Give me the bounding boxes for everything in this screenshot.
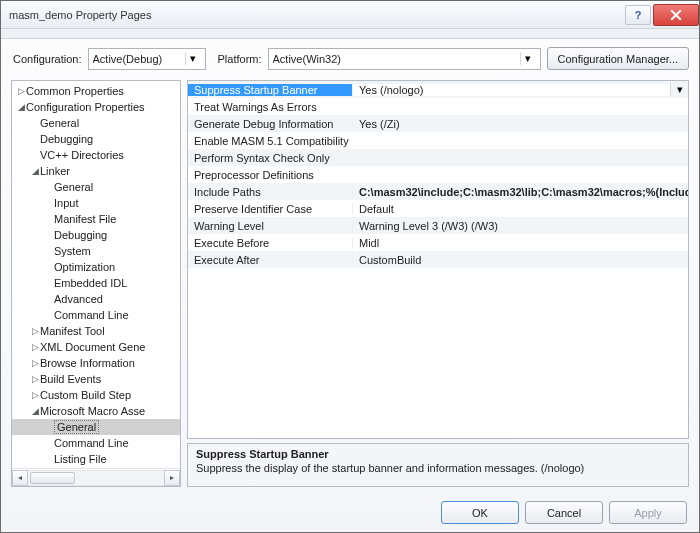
tree-node[interactable]: Input	[12, 195, 180, 211]
horizontal-scrollbar[interactable]: ◂ ▸	[12, 468, 180, 486]
tree-node[interactable]: Listing File	[12, 451, 180, 467]
property-name: Generate Debug Information	[188, 118, 352, 130]
tree-node[interactable]: Manifest File	[12, 211, 180, 227]
configuration-combo[interactable]: Active(Debug) ▾	[88, 48, 206, 70]
tree-node[interactable]: ▷XML Document Gene	[12, 339, 180, 355]
expand-icon: ▷	[30, 374, 40, 384]
property-row[interactable]: Treat Warnings As Errors	[188, 98, 688, 115]
tree-node[interactable]: ▷Browse Information	[12, 355, 180, 371]
property-row[interactable]: Warning LevelWarning Level 3 (/W3) (/W3)	[188, 217, 688, 234]
property-name: Perform Syntax Check Only	[188, 152, 352, 164]
tree-label: Optimization	[54, 261, 115, 273]
property-name: Include Paths	[188, 186, 352, 198]
tree-node[interactable]: Embedded IDL	[12, 275, 180, 291]
apply-button[interactable]: Apply	[609, 501, 687, 524]
titlebar: masm_demo Property Pages ?	[1, 1, 699, 29]
right-pane: Suppress Startup BannerYes (/nologo)▾Tre…	[187, 80, 689, 487]
property-row[interactable]: Execute AfterCustomBuild	[188, 251, 688, 268]
expand-icon: ▷	[30, 390, 40, 400]
tree-label: Debugging	[54, 229, 107, 241]
configuration-manager-button[interactable]: Configuration Manager...	[547, 47, 689, 70]
close-icon	[670, 9, 682, 21]
tree-node[interactable]: ◢Linker	[12, 163, 180, 179]
tree-node[interactable]: Advanced	[12, 291, 180, 307]
close-button[interactable]	[653, 4, 699, 26]
property-name: Suppress Startup Banner	[188, 84, 352, 96]
property-row[interactable]: Preprocessor Definitions	[188, 166, 688, 183]
cancel-button[interactable]: Cancel	[525, 501, 603, 524]
tree-label: Listing File	[54, 453, 107, 465]
question-icon: ?	[635, 9, 642, 21]
tree-label: Build Events	[40, 373, 101, 385]
tree-label: Embedded IDL	[54, 277, 127, 289]
tree-node[interactable]: General	[12, 419, 180, 435]
expand-icon: ▷	[30, 342, 40, 352]
scroll-right-button[interactable]: ▸	[164, 470, 180, 486]
tree-label: Configuration Properties	[26, 101, 145, 113]
property-row[interactable]: Generate Debug InformationYes (/Zi)	[188, 115, 688, 132]
grid-empty	[188, 268, 688, 438]
tree-label: Manifest Tool	[40, 325, 105, 337]
description-title: Suppress Startup Banner	[196, 448, 680, 460]
tree-node[interactable]: Command Line	[12, 435, 180, 451]
property-value[interactable]: Yes (/Zi)	[352, 118, 688, 130]
main-area: ▷Common Properties◢Configuration Propert…	[1, 80, 699, 493]
categories-tree: ▷Common Properties◢Configuration Propert…	[11, 80, 181, 487]
scroll-thumb[interactable]	[30, 472, 75, 484]
property-name: Preserve Identifier Case	[188, 203, 352, 215]
property-row[interactable]: Enable MASM 5.1 Compatibility	[188, 132, 688, 149]
property-row[interactable]: Include PathsC:\masm32\include;C:\masm32…	[188, 183, 688, 200]
tree-node[interactable]: General	[12, 179, 180, 195]
tree-label: VC++ Directories	[40, 149, 124, 161]
property-value[interactable]: CustomBuild	[352, 254, 688, 266]
tree-label: Common Properties	[26, 85, 124, 97]
property-name: Execute Before	[188, 237, 352, 249]
tree-node[interactable]: ▷Custom Build Step	[12, 387, 180, 403]
tree-label: XML Document Gene	[40, 341, 145, 353]
ok-button[interactable]: OK	[441, 501, 519, 524]
tree-node[interactable]: ▷Manifest Tool	[12, 323, 180, 339]
property-value[interactable]: C:\masm32\include;C:\masm32\lib;C:\masm3…	[352, 186, 688, 198]
platform-combo[interactable]: Active(Win32) ▾	[268, 48, 541, 70]
tree-node[interactable]: ▷Build Events	[12, 371, 180, 387]
tree-node[interactable]: Debugging	[12, 131, 180, 147]
tree-node[interactable]: Optimization	[12, 259, 180, 275]
property-name: Enable MASM 5.1 Compatibility	[188, 135, 352, 147]
property-value[interactable]: Default	[352, 203, 688, 215]
property-row[interactable]: Preserve Identifier CaseDefault	[188, 200, 688, 217]
expand-icon: ▷	[30, 326, 40, 336]
expand-icon: ◢	[16, 102, 26, 112]
tree-node[interactable]: ▷Common Properties	[12, 83, 180, 99]
grid-rows: Suppress Startup BannerYes (/nologo)▾Tre…	[188, 81, 688, 268]
property-pages-dialog: masm_demo Property Pages ? Configuration…	[0, 0, 700, 533]
expand-icon: ▷	[16, 86, 26, 96]
configuration-value: Active(Debug)	[93, 53, 185, 65]
window-title: masm_demo Property Pages	[9, 9, 623, 21]
expand-icon: ◢	[30, 406, 40, 416]
tree-node[interactable]: General	[12, 115, 180, 131]
property-value[interactable]: Yes (/nologo)	[352, 84, 670, 96]
property-value[interactable]: Midl	[352, 237, 688, 249]
tree-label: General	[54, 181, 93, 193]
tree-label: Linker	[40, 165, 70, 177]
tree-node[interactable]: ◢Configuration Properties	[12, 99, 180, 115]
property-row[interactable]: Suppress Startup BannerYes (/nologo)▾	[188, 81, 688, 98]
ribbon-spacer	[1, 29, 699, 39]
property-row[interactable]: Execute BeforeMidl	[188, 234, 688, 251]
chevron-down-icon[interactable]: ▾	[670, 83, 688, 96]
tree-label: Debugging	[40, 133, 93, 145]
tree-label: Browse Information	[40, 357, 135, 369]
tree-node[interactable]: ◢Microsoft Macro Asse	[12, 403, 180, 419]
tree-body[interactable]: ▷Common Properties◢Configuration Propert…	[12, 81, 180, 468]
help-button[interactable]: ?	[625, 5, 651, 25]
property-row[interactable]: Perform Syntax Check Only	[188, 149, 688, 166]
property-value[interactable]: Warning Level 3 (/W3) (/W3)	[352, 220, 688, 232]
tree-node[interactable]: Command Line	[12, 307, 180, 323]
tree-node[interactable]: Debugging	[12, 227, 180, 243]
chevron-down-icon: ▾	[520, 52, 536, 65]
scroll-track[interactable]	[28, 470, 164, 486]
tree-label: Manifest File	[54, 213, 116, 225]
tree-node[interactable]: VC++ Directories	[12, 147, 180, 163]
tree-node[interactable]: System	[12, 243, 180, 259]
scroll-left-button[interactable]: ◂	[12, 470, 28, 486]
